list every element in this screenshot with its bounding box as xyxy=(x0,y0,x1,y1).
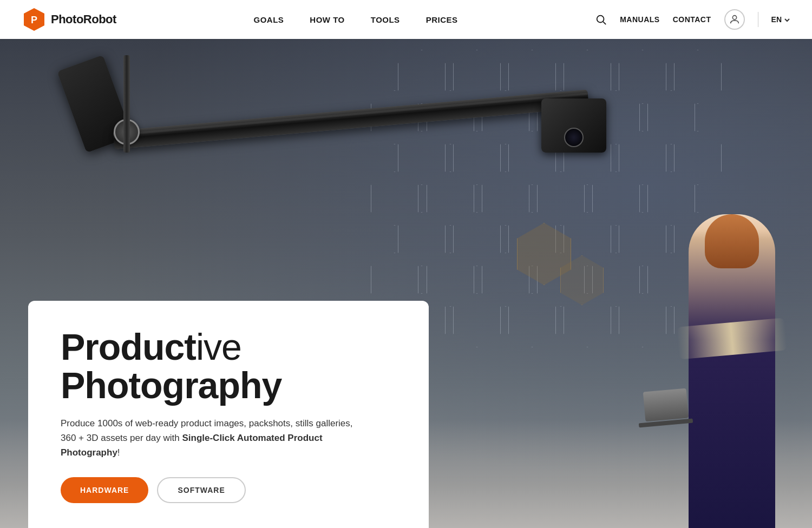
manuals-link[interactable]: MANUALS xyxy=(620,15,660,24)
nav-tools[interactable]: TOOLS xyxy=(371,15,400,24)
hero-title-wrap: Productive Photography xyxy=(61,328,396,405)
search-button[interactable] xyxy=(595,14,607,25)
hero-headline: Productive Photography xyxy=(61,328,396,405)
svg-point-4 xyxy=(732,16,736,19)
hero-text-card: Productive Photography Produce 1000s of … xyxy=(28,301,429,528)
svg-point-2 xyxy=(597,16,604,23)
logo-text[interactable]: PhotoRobot xyxy=(51,12,116,27)
logo-area: P PhotoRobot xyxy=(22,7,116,32)
person-area xyxy=(678,182,786,528)
logo-icon[interactable]: P xyxy=(22,7,47,32)
hardware-button[interactable]: HARDWARE xyxy=(61,477,148,503)
hero-section: Productive Photography Produce 1000s of … xyxy=(0,39,812,528)
navbar-divider xyxy=(758,12,758,27)
navbar-right: MANUALS CONTACT EN xyxy=(595,9,790,30)
user-icon xyxy=(729,14,741,25)
user-account-button[interactable] xyxy=(724,9,745,30)
hero-title-line2: Photography xyxy=(61,365,281,406)
lang-label: EN xyxy=(771,15,782,24)
nav-prices[interactable]: PRICES xyxy=(426,15,458,24)
svg-text:P: P xyxy=(31,15,37,25)
laptop-screen xyxy=(643,388,689,422)
software-button[interactable]: SOFTWARE xyxy=(157,477,245,503)
hero-cta-buttons: HARDWARE SOFTWARE xyxy=(61,477,396,503)
language-selector[interactable]: EN xyxy=(771,15,790,24)
nav-goals[interactable]: GOALS xyxy=(254,15,284,24)
nav-links: GOALS HOW TO TOOLS PRICES xyxy=(254,15,458,24)
navbar: P PhotoRobot GOALS HOW TO TOOLS PRICES M… xyxy=(0,0,812,39)
chevron-down-icon xyxy=(784,17,790,23)
hero-title-light: ive xyxy=(196,326,241,367)
hero-title-bold: Product xyxy=(61,326,196,367)
hero-subtitle-end: ! xyxy=(117,447,120,458)
person-hair xyxy=(705,214,759,268)
svg-line-3 xyxy=(603,22,606,24)
search-icon xyxy=(595,14,607,25)
hero-subtitle: Produce 1000s of web-ready product image… xyxy=(61,416,364,460)
contact-link[interactable]: CONTACT xyxy=(673,15,711,24)
nav-howto[interactable]: HOW TO xyxy=(310,15,344,24)
